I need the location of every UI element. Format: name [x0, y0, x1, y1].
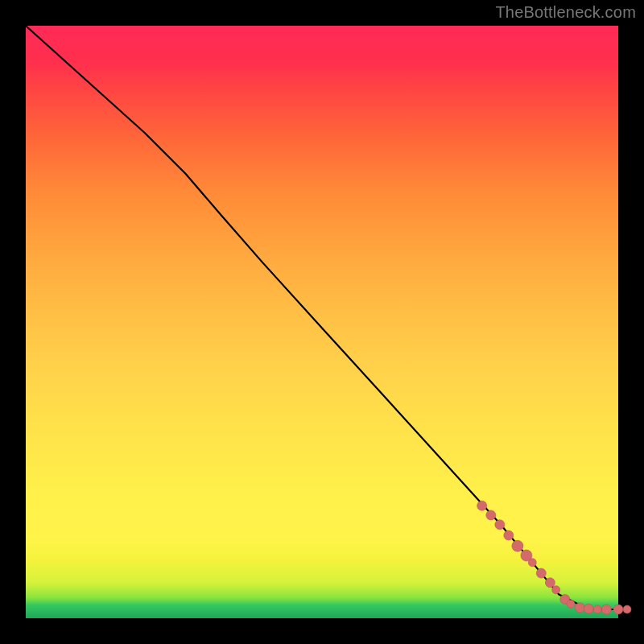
- data-point: [504, 530, 514, 540]
- data-point: [552, 586, 560, 594]
- data-point: [623, 605, 631, 613]
- data-point: [495, 520, 505, 530]
- chart-curve: [26, 26, 618, 609]
- data-point: [486, 510, 496, 520]
- data-point: [477, 501, 487, 510]
- attribution-text: TheBottleneck.com: [495, 3, 636, 22]
- plot-area: [26, 26, 618, 618]
- data-point: [528, 559, 536, 567]
- data-point: [601, 605, 611, 614]
- data-point: [575, 603, 584, 613]
- data-point: [584, 604, 593, 613]
- data-point: [512, 540, 523, 551]
- chart-svg: [26, 26, 618, 618]
- data-point: [536, 568, 546, 578]
- data-point: [567, 600, 575, 608]
- data-point: [613, 605, 623, 614]
- chart-markers: [477, 501, 631, 614]
- data-point: [545, 578, 555, 588]
- chart-frame: TheBottleneck.com: [0, 0, 644, 644]
- data-point: [593, 605, 601, 613]
